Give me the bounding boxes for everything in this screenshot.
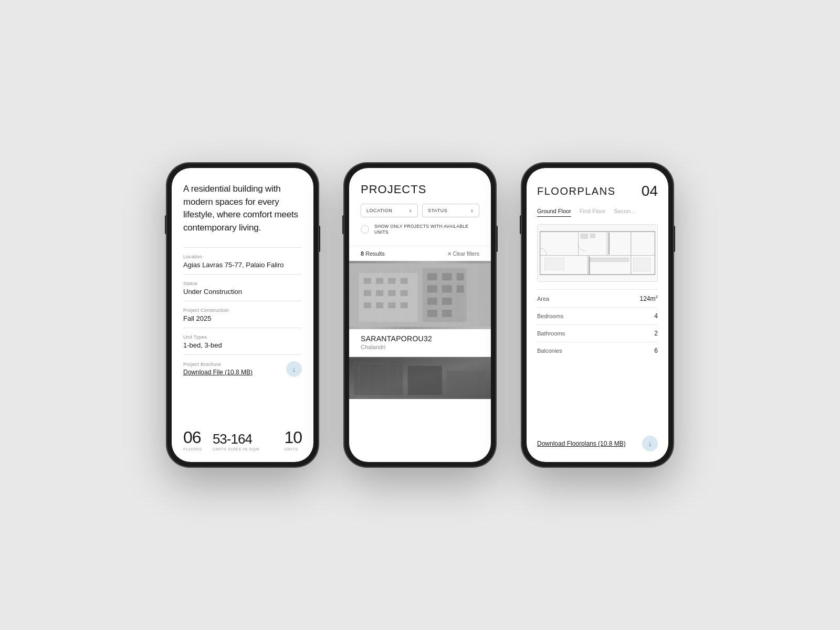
- download-icon: ↓: [292, 365, 296, 373]
- available-units-label: SHOW ONLY PROJECTS WITH AVAILABLE UNITS: [374, 224, 479, 235]
- available-units-toggle-row: SHOW ONLY PROJECTS WITH AVAILABLE UNITS: [361, 224, 479, 235]
- svg-rect-18: [427, 285, 437, 292]
- clear-filters-button[interactable]: ✕ Clear filters: [447, 251, 479, 257]
- location-value: Agias Lavras 75-77, Palaio Faliro: [183, 261, 302, 269]
- floorplans-title: FLOORPLANS: [537, 185, 615, 197]
- svg-rect-46: [633, 258, 650, 271]
- floorplan-download-button[interactable]: ↓: [642, 436, 658, 452]
- phone-project-details: A residential building with modern space…: [166, 163, 319, 467]
- svg-rect-2: [423, 268, 467, 322]
- svg-rect-14: [401, 302, 408, 308]
- brochure-label: Project Brochure: [183, 362, 253, 367]
- status-filter-label: STATUS: [428, 208, 447, 213]
- tab-second-floor[interactable]: Secon...: [614, 208, 635, 217]
- tab-first-floor[interactable]: First Floor: [580, 208, 606, 217]
- floorplan-image: [537, 224, 658, 282]
- project-location-1: Chalandri: [361, 344, 479, 350]
- unit-types-row: Unit Types 1-bed, 3-bed: [183, 328, 302, 354]
- project-card-1[interactable]: SARANTAPOROU32 Chalandri: [349, 261, 491, 357]
- svg-rect-23: [427, 310, 437, 317]
- svg-rect-21: [427, 298, 437, 305]
- svg-rect-12: [376, 302, 383, 308]
- area-label: Area: [537, 296, 549, 302]
- brochure-row: Project Brochure Download File (10.8 MB)…: [183, 354, 302, 382]
- bedrooms-label: Bedrooms: [537, 313, 563, 319]
- location-label: Location: [183, 254, 302, 259]
- svg-rect-8: [376, 290, 383, 296]
- svg-rect-4: [376, 278, 383, 284]
- construction-label: Project Construction: [183, 308, 302, 313]
- svg-rect-17: [457, 273, 464, 280]
- brochure-download-link[interactable]: Download File (10.8 MB): [183, 369, 253, 376]
- svg-rect-29: [447, 371, 486, 395]
- svg-rect-38: [631, 232, 655, 256]
- svg-rect-48: [589, 256, 590, 275]
- svg-rect-20: [457, 285, 464, 292]
- sqm-label: Units Sizes in SQM: [213, 447, 259, 452]
- bedrooms-spec-row: Bedrooms 4: [537, 307, 658, 324]
- status-filter-button[interactable]: STATUS ∨: [422, 204, 479, 217]
- project-name-1: SARANTAPOROU32: [361, 334, 479, 343]
- project-image-1: [349, 261, 491, 329]
- project-image-2: [349, 357, 491, 399]
- svg-rect-19: [442, 285, 452, 292]
- bathrooms-label: Bathrooms: [537, 330, 565, 337]
- results-bar: 8 Results ✕ Clear filters: [349, 246, 491, 261]
- projects-title: PROJECTS: [361, 183, 479, 196]
- area-value: 124m2: [640, 295, 658, 302]
- floorplans-header: FLOORPLANS 04: [537, 183, 658, 200]
- floors-stat: 06 Floors: [183, 429, 202, 452]
- status-value: Under Construction: [183, 288, 302, 296]
- sqm-stat: 53-164 Units Sizes in SQM: [213, 432, 259, 452]
- svg-rect-45: [545, 258, 564, 270]
- svg-rect-5: [388, 278, 395, 284]
- balconies-label: Balconies: [537, 348, 562, 354]
- floor-tabs: Ground Floor First Floor Secon...: [537, 208, 658, 217]
- construction-value: Fall 2025: [183, 314, 302, 322]
- svg-rect-42: [581, 234, 588, 239]
- bedrooms-value: 4: [654, 312, 658, 320]
- units-label: Units: [284, 447, 298, 452]
- unit-types-label: Unit Types: [183, 334, 302, 340]
- tab-ground-floor[interactable]: Ground Floor: [537, 208, 571, 217]
- svg-rect-22: [442, 298, 452, 305]
- projects-header: PROJECTS LOCATION ∨ STATUS ∨ SHO: [349, 168, 491, 246]
- phone-floorplans: FLOORPLANS 04 Ground Floor First Floor S…: [521, 163, 674, 467]
- phone-projects-list: PROJECTS LOCATION ∨ STATUS ∨ SHO: [344, 163, 496, 467]
- location-filter-button[interactable]: LOCATION ∨: [361, 204, 418, 217]
- svg-rect-37: [607, 232, 631, 256]
- sqm-number: 53-164: [213, 432, 252, 446]
- svg-rect-1: [359, 273, 418, 322]
- svg-rect-28: [408, 366, 442, 395]
- bathrooms-spec-row: Bathrooms 2: [537, 324, 658, 342]
- status-chevron-icon: ∨: [470, 208, 474, 213]
- floorplan-svg: [538, 225, 657, 281]
- phones-container: A residential building with modern space…: [166, 163, 674, 467]
- project-card-2[interactable]: [349, 357, 491, 399]
- location-filter-label: LOCATION: [366, 208, 392, 213]
- projects-scroll: SARANTAPOROU32 Chalandri: [349, 261, 491, 462]
- hero-description: A residential building with modern space…: [183, 183, 302, 235]
- bathrooms-value: 2: [654, 330, 658, 337]
- svg-rect-24: [442, 310, 452, 317]
- project-info-1: SARANTAPOROU32 Chalandri: [349, 329, 491, 357]
- brochure-download-button[interactable]: ↓: [286, 361, 302, 377]
- filter-row: LOCATION ∨ STATUS ∨: [361, 204, 479, 217]
- location-chevron-icon: ∨: [409, 208, 413, 213]
- svg-rect-9: [388, 290, 395, 296]
- area-spec-row: Area 124m2: [537, 289, 658, 307]
- balconies-value: 6: [654, 347, 658, 354]
- svg-rect-0: [349, 264, 491, 327]
- results-count: 8 Results: [361, 250, 385, 257]
- balconies-spec-row: Balconies 6: [537, 342, 658, 359]
- construction-row: Project Construction Fall 2025: [183, 301, 302, 328]
- available-units-toggle[interactable]: [361, 225, 369, 234]
- floor-number: 04: [642, 183, 658, 200]
- floorplan-download-icon: ↓: [648, 439, 652, 448]
- download-floorplan-link[interactable]: Download Floorplans (10.8 MB): [537, 440, 626, 447]
- svg-rect-10: [401, 290, 408, 296]
- units-stat: 10 Units: [284, 429, 302, 452]
- location-row: Location Agias Lavras 75-77, Palaio Fali…: [183, 247, 302, 274]
- svg-rect-13: [388, 302, 395, 308]
- svg-rect-16: [442, 273, 452, 280]
